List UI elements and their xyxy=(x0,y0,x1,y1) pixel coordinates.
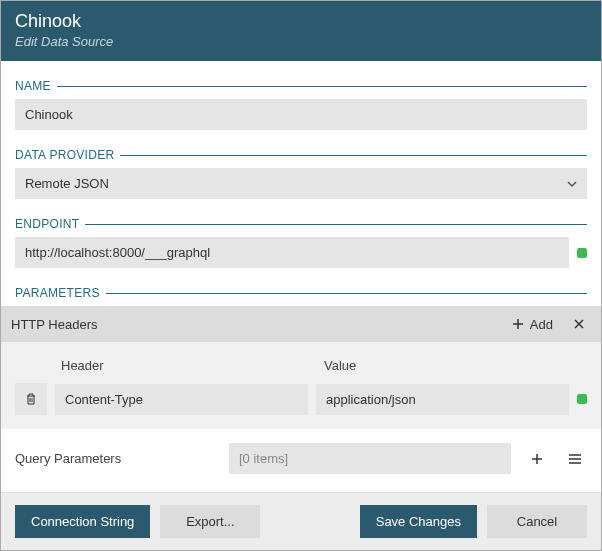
endpoint-status-icon xyxy=(577,248,587,258)
add-header-button[interactable]: Add xyxy=(508,315,557,334)
header-col-header: Header xyxy=(61,358,324,373)
query-params-label: Query Parameters xyxy=(15,451,215,466)
name-section-label: NAME xyxy=(15,79,587,93)
endpoint-input[interactable] xyxy=(15,237,569,268)
name-input[interactable] xyxy=(15,99,587,130)
save-button[interactable]: Save Changes xyxy=(360,505,477,538)
close-headers-button[interactable] xyxy=(567,312,591,336)
query-params-summary[interactable]: [0 items] xyxy=(229,443,511,474)
endpoint-section-label: ENDPOINT xyxy=(15,217,587,231)
provider-select[interactable]: Remote JSON xyxy=(15,168,587,199)
provider-value: Remote JSON xyxy=(25,176,109,191)
close-icon xyxy=(573,318,585,330)
header-status-icon xyxy=(577,394,587,404)
plus-icon xyxy=(531,453,543,465)
chevron-down-icon xyxy=(567,179,577,189)
plus-icon xyxy=(512,318,524,330)
delete-header-button[interactable] xyxy=(15,383,47,415)
dialog-title: Chinook xyxy=(15,11,587,32)
header-name-input[interactable] xyxy=(55,384,308,415)
headers-columns: Header Value xyxy=(1,358,601,383)
dialog-footer: Connection String Export... Save Changes… xyxy=(1,492,601,550)
header-row xyxy=(1,383,601,415)
query-params-row: Query Parameters [0 items] xyxy=(1,429,601,488)
header-col-value: Value xyxy=(324,358,587,373)
menu-icon xyxy=(568,453,582,465)
connection-string-button[interactable]: Connection String xyxy=(15,505,150,538)
query-params-menu-button[interactable] xyxy=(563,447,587,471)
http-headers-title: HTTP Headers xyxy=(11,317,508,332)
trash-icon xyxy=(24,392,38,406)
header-value-input[interactable] xyxy=(316,384,569,415)
dialog-header: Chinook Edit Data Source xyxy=(1,1,601,61)
provider-section-label: DATA PROVIDER xyxy=(15,148,587,162)
cancel-button[interactable]: Cancel xyxy=(487,505,587,538)
http-headers-bar: HTTP Headers Add xyxy=(1,306,601,342)
dialog-subtitle: Edit Data Source xyxy=(15,34,587,49)
parameters-section-label: PARAMETERS xyxy=(15,286,587,300)
export-button[interactable]: Export... xyxy=(160,505,260,538)
add-query-param-button[interactable] xyxy=(525,447,549,471)
